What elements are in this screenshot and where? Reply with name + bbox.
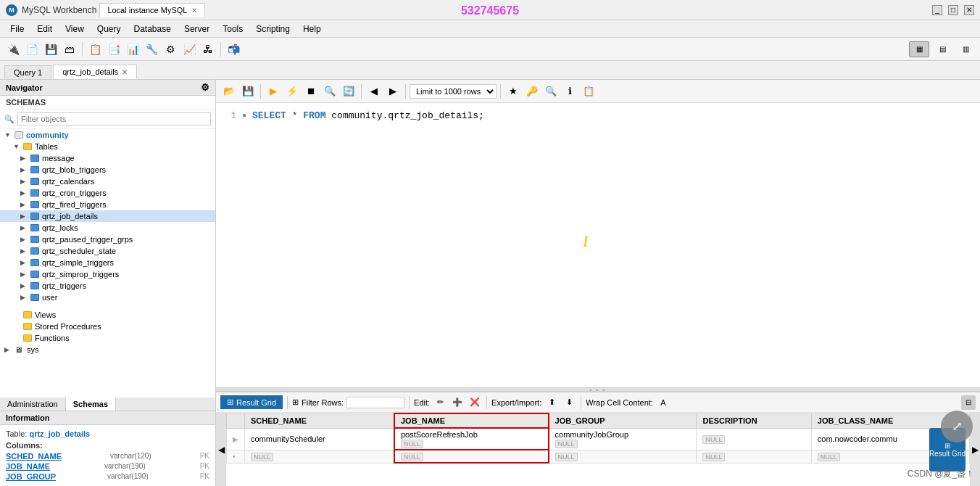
tree-item-community[interactable]: ▼ community — [0, 129, 215, 141]
menu-query[interactable]: Query — [91, 22, 127, 36]
stop-btn[interactable]: ⏹ — [302, 83, 320, 100]
query-tab-qrtz[interactable]: qrtz_job_details ✕ — [53, 65, 137, 79]
wrap-btn[interactable]: A — [656, 395, 670, 410]
filter-input[interactable] — [17, 112, 211, 125]
menu-view[interactable]: View — [59, 22, 90, 36]
open-file-btn[interactable]: 📂 — [220, 83, 238, 100]
row2-job-name[interactable]: NULL — [394, 450, 549, 463]
refresh-btn[interactable]: 🔄 — [340, 83, 357, 100]
tree-item-views[interactable]: Views — [0, 309, 215, 321]
tree-item-qrtz-job[interactable]: ▶ qrtz_job_details — [0, 210, 215, 222]
explain-btn[interactable]: 🔍 — [321, 83, 339, 100]
tb-btn7[interactable]: 📈 — [180, 41, 198, 58]
row2-job-group[interactable]: NULL — [549, 450, 697, 463]
tree-item-qrtz-locks[interactable]: ▶ qrtz_locks — [0, 222, 215, 234]
col-header-description[interactable]: DESCRIPTION — [697, 413, 811, 428]
export-btn2[interactable]: ⬇ — [562, 395, 576, 410]
col-header-job-group[interactable]: JOB_GROUP — [549, 413, 697, 428]
instance-tab[interactable]: Local instance MySQL ✕ — [99, 3, 205, 17]
navigator-config-icon[interactable]: ⚙ — [201, 82, 209, 93]
minimize-btn[interactable]: _ — [932, 5, 942, 15]
folder-icon-views — [23, 311, 32, 318]
tb-btn6[interactable]: ⚙ — [162, 41, 179, 58]
maximize-btn[interactable]: □ — [948, 5, 958, 15]
info-btn[interactable]: ℹ — [561, 83, 578, 100]
layout-btn3[interactable]: ▥ — [955, 41, 976, 57]
sql-editor[interactable]: 1 ● SELECT * FROM community.qrtz_job_det… — [216, 103, 980, 387]
tree-item-qrtz-simprop[interactable]: ▶ qrtz_simprop_triggers — [0, 268, 215, 280]
limit-select[interactable]: Limit to 1000 rows — [410, 84, 497, 99]
new-connection-btn[interactable]: 🔌 — [4, 41, 22, 58]
filter-rows-input[interactable] — [346, 397, 404, 408]
menu-edit[interactable]: Edit — [31, 22, 58, 36]
tree-label-8: qrtz_scheduler_state — [42, 247, 116, 255]
instance-tab-close[interactable]: ✕ — [191, 7, 197, 15]
col-name-0[interactable]: SCHED_NAME — [6, 452, 62, 461]
row2-sched-name[interactable]: NULL — [245, 450, 394, 463]
result-grid-tab[interactable]: ⊞ Result Grid — [220, 395, 283, 409]
menu-tools[interactable]: Tools — [217, 22, 249, 36]
search-btn[interactable]: 🔍 — [542, 83, 560, 100]
save-btn[interactable]: 💾 — [42, 41, 59, 58]
tb-btn5[interactable]: 🔧 — [143, 41, 160, 58]
tree-item-message[interactable]: ▶ message — [0, 152, 215, 164]
tb-btn8[interactable]: 🖧 — [199, 41, 217, 58]
menu-file[interactable]: File — [4, 22, 30, 36]
col-header-sched-name[interactable]: SCHED_NAME — [245, 413, 394, 428]
schema-btn[interactable]: 🗃 — [61, 41, 78, 58]
menu-help[interactable]: Help — [297, 22, 327, 36]
row1-description[interactable]: NULL — [697, 428, 811, 450]
edit-btn1[interactable]: ✏ — [433, 395, 447, 410]
row1-sched-name[interactable]: communityScheduler — [245, 428, 394, 450]
query-tab-1[interactable]: Query 1 — [4, 65, 51, 79]
info-table-name[interactable]: qrtz_job_details — [29, 429, 90, 438]
run-sel-btn[interactable]: ⚡ — [283, 83, 301, 100]
tree-item-sys[interactable]: ▶ 🖥 sys — [0, 344, 215, 355]
row1-job-group[interactable]: communityJobGroup NULL — [549, 428, 697, 450]
run-btn[interactable]: ▶ — [265, 83, 282, 100]
tree-item-qrtz-cron[interactable]: ▶ qrtz_cron_triggers — [0, 187, 215, 199]
tree-item-stored-proc[interactable]: Stored Procedures — [0, 321, 215, 332]
results-layout-btn[interactable]: ⊟ — [961, 395, 976, 410]
tb-btn4[interactable]: 📊 — [124, 41, 141, 58]
tree-item-user[interactable]: ▶ user — [0, 292, 215, 303]
resize-icon-btn[interactable]: ⤢ — [941, 411, 973, 442]
bookmark-btn[interactable]: ★ — [504, 83, 522, 100]
tree-item-qrtz-blob[interactable]: ▶ qrtz_blob_triggers — [0, 164, 215, 176]
export-btn1[interactable]: ⬆ — [544, 395, 559, 410]
edit-btn3[interactable]: ❌ — [468, 395, 482, 410]
col-name-2[interactable]: JOB_GROUP — [6, 472, 56, 481]
tree-item-qrtz-simple[interactable]: ▶ qrtz_simple_triggers — [0, 257, 215, 268]
menu-server[interactable]: Server — [178, 22, 215, 36]
tb-btn3[interactable]: 📑 — [105, 41, 122, 58]
layout-btn1[interactable]: ▦ — [909, 41, 929, 57]
sidebar-tab-admin[interactable]: Administration — [0, 398, 66, 411]
close-btn[interactable]: ✕ — [964, 5, 974, 15]
edit-btn2[interactable]: ➕ — [450, 395, 465, 410]
layout-btn2[interactable]: ▤ — [932, 41, 952, 57]
next-btn[interactable]: ▶ — [384, 83, 402, 100]
schema-btn2[interactable]: 🔑 — [523, 83, 541, 100]
tb-btn9[interactable]: 📬 — [225, 41, 242, 58]
tree-item-qrtz-sched[interactable]: ▶ qrtz_scheduler_state — [0, 245, 215, 257]
menu-database[interactable]: Database — [128, 22, 177, 36]
sidebar-tab-schemas[interactable]: Schemas — [66, 398, 116, 411]
tree-item-qrtz-fired[interactable]: ▶ qrtz_fired_triggers — [0, 199, 215, 210]
help-btn2[interactable]: 📋 — [580, 83, 597, 100]
col-name-1[interactable]: JOB_NAME — [6, 462, 50, 471]
prev-btn[interactable]: ◀ — [365, 83, 383, 100]
scroll-left-btn[interactable]: ◀ — [216, 413, 226, 486]
menu-scripting[interactable]: Scripting — [250, 22, 296, 36]
tree-item-qrtz-triggers[interactable]: ▶ qrtz_triggers — [0, 280, 215, 292]
open-sql-btn[interactable]: 📄 — [23, 41, 41, 58]
tree-item-functions[interactable]: Functions — [0, 332, 215, 344]
tree-item-qrtz-paused[interactable]: ▶ qrtz_paused_trigger_grps — [0, 234, 215, 245]
query-tab-qrtz-close[interactable]: ✕ — [122, 68, 128, 76]
col-header-job-name[interactable]: JOB_NAME — [394, 413, 549, 428]
row2-description[interactable]: NULL — [697, 450, 811, 463]
save-file-btn[interactable]: 💾 — [239, 83, 257, 100]
tree-item-tables[interactable]: ▼ Tables — [0, 141, 215, 152]
tb-btn2[interactable]: 📋 — [86, 41, 104, 58]
tree-item-qrtz-cal[interactable]: ▶ qrtz_calendars — [0, 176, 215, 187]
row1-job-name[interactable]: postScoreRefreshJobNULL — [394, 428, 549, 450]
